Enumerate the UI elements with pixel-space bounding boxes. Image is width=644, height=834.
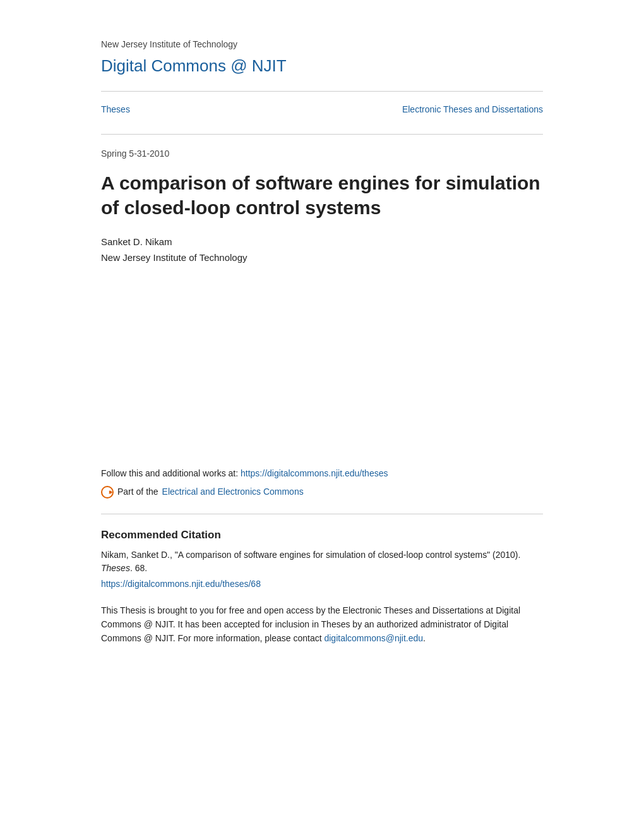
citation-url-link[interactable]: https://digitalcommons.njit.edu/theses/6…: [101, 577, 543, 591]
commons-icon: [101, 486, 114, 499]
paper-title: A comparison of software engines for sim…: [101, 171, 543, 220]
footer-text-part2: .: [423, 633, 426, 643]
author-institution: New Jersey Institute of Technology: [101, 251, 543, 265]
header-divider: [101, 91, 543, 92]
footer-text: This Thesis is brought to you for free a…: [101, 603, 543, 646]
author-name: Sanket D. Nikam: [101, 235, 543, 250]
follow-text: Follow this and additional works at: htt…: [101, 467, 543, 480]
citation-text-after: . 68.: [130, 563, 147, 573]
citation-section: Recommended Citation Nikam, Sanket D., "…: [101, 527, 543, 591]
follow-text-label: Follow this and additional works at:: [101, 468, 238, 478]
bottom-divider: [101, 514, 543, 514]
digital-commons-link[interactable]: Digital Commons @ NJIT: [101, 56, 287, 75]
follow-section: Follow this and additional works at: htt…: [101, 467, 543, 499]
citation-text-before: Nikam, Sanket D., "A comparison of softw…: [101, 550, 520, 560]
follow-url-link[interactable]: https://digitalcommons.njit.edu/theses: [241, 468, 388, 478]
section-divider: [101, 134, 543, 135]
header-section: New Jersey Institute of Technology Digit…: [101, 38, 543, 78]
footer-text-part1: This Thesis is brought to you for free a…: [101, 605, 520, 644]
institution-name: New Jersey Institute of Technology: [101, 38, 543, 51]
part-of-link[interactable]: Electrical and Electronics Commons: [162, 485, 304, 499]
breadcrumb-theses-link[interactable]: Theses: [101, 103, 130, 116]
page-container: New Jersey Institute of Technology Digit…: [51, 0, 593, 684]
citation-heading: Recommended Citation: [101, 527, 543, 543]
breadcrumb-nav: Theses Electronic Theses and Dissertatio…: [101, 103, 543, 116]
breadcrumb-etd-link[interactable]: Electronic Theses and Dissertations: [402, 103, 543, 116]
part-of-text: Part of the: [117, 485, 158, 499]
part-of-row: Part of the Electrical and Electronics C…: [101, 485, 543, 499]
svg-point-1: [105, 490, 109, 494]
citation-text: Nikam, Sanket D., "A comparison of softw…: [101, 548, 543, 575]
date-label: Spring 5-31-2010: [101, 147, 543, 160]
footer-contact-link[interactable]: digitalcommons@njit.edu: [324, 633, 423, 643]
citation-italic: Theses: [101, 563, 130, 573]
